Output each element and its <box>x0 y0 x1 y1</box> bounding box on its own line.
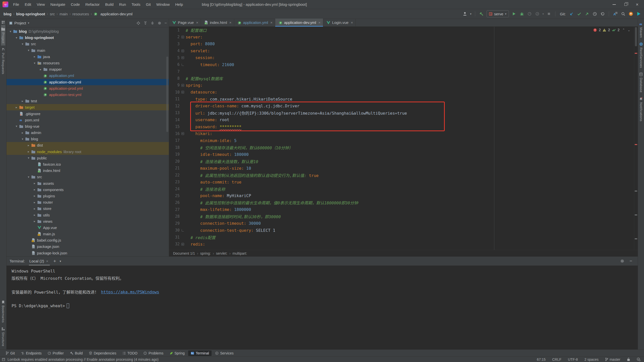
terminal-dropdown-icon[interactable]: ▾ <box>60 259 61 263</box>
code-line-26[interactable]: 26 # 此属性控制池中连接的最长生命周期，值0表示无限生命周期，默认18000… <box>169 199 634 206</box>
hide-terminal-icon[interactable]: − <box>629 258 632 264</box>
status-item[interactable]: CRLF <box>552 357 561 361</box>
toolwindow-build[interactable]: Build <box>67 350 85 356</box>
tree-item-java[interactable]: ▸java <box>7 54 169 60</box>
tree-item-plugins[interactable]: ▸plugins <box>7 193 169 199</box>
code-line-31[interactable]: 31 # redis配置 <box>169 234 634 241</box>
terminal-settings-gear-icon[interactable] <box>620 259 624 263</box>
menu-tools[interactable]: Tools <box>129 1 143 8</box>
error-mark[interactable] <box>635 53 637 54</box>
code-line-16[interactable]: 16− hikari: <box>169 130 634 137</box>
menu-window[interactable]: Window <box>154 1 172 8</box>
chevron-right-icon[interactable]: ▸ <box>14 106 19 109</box>
hide-panel-icon[interactable]: − <box>165 21 167 25</box>
tree-item-favicon.ico[interactable]: favicon.ico <box>7 161 169 167</box>
breadcrumb-item[interactable]: src <box>50 12 55 16</box>
tree-item-target[interactable]: ▸target <box>7 104 169 110</box>
code-line-8[interactable]: 8# 配置mysql数据库 <box>169 75 634 82</box>
code-line-27[interactable]: 27 max-lifetime: 1800000 <box>169 206 634 213</box>
code-line-4[interactable]: 4− servlet: <box>169 47 634 54</box>
tree-item-utils[interactable]: ▸utils <box>7 212 169 218</box>
stripe-database[interactable]: Database <box>638 70 644 95</box>
tree-item-blog-vue[interactable]: ▾blog-vue <box>7 123 169 129</box>
menu-build[interactable]: Build <box>103 1 116 8</box>
code-line-5[interactable]: 5− session: <box>169 54 634 61</box>
code-line-2[interactable]: 2−server: <box>169 33 634 40</box>
chevron-down-icon[interactable]: ▾ <box>20 42 25 46</box>
chevron-right-icon[interactable]: ▸ <box>32 201 37 204</box>
menu-help[interactable]: Help <box>173 1 185 8</box>
chevron-down-icon[interactable]: ▾ <box>26 156 31 160</box>
chevron-down-icon[interactable]: ▾ <box>8 30 13 33</box>
chevron-right-icon[interactable]: ▸ <box>32 182 37 185</box>
breadcrumb-item[interactable]: main <box>60 12 68 16</box>
git-branch-widget[interactable]: master <box>605 357 620 361</box>
panel-settings-gear-icon[interactable] <box>157 21 162 25</box>
fold-marker-icon[interactable]: − <box>181 50 184 52</box>
code-line-23[interactable]: 23 auto-commit: true <box>169 178 634 185</box>
code-line-18[interactable]: 18 # 空闲连接存活最大时间，默认600000（10分钟） <box>169 144 634 151</box>
tool-window-toggle-icon[interactable] <box>2 358 6 361</box>
stripe-pull-requests[interactable]: Pull Requests <box>1 46 5 76</box>
tree-item-blog[interactable]: ▾blog <box>7 136 169 142</box>
search-everywhere-icon[interactable] <box>620 11 626 17</box>
close-tab-icon[interactable]: × <box>270 20 273 25</box>
update-project-icon[interactable] <box>569 11 574 17</box>
tree-item-views[interactable]: ▸views <box>7 218 169 224</box>
tree-item-pom.xml[interactable]: mpom.xml <box>7 117 169 123</box>
prev-problem-icon[interactable]: ⌃ <box>622 28 625 32</box>
menu-git[interactable]: Git <box>144 1 153 8</box>
toolwindow-spring[interactable]: Spring <box>167 350 187 356</box>
code-line-20[interactable]: 20 # 连接池最大连接数，默认是10 <box>169 158 634 165</box>
status-item[interactable]: 2 spaces <box>584 357 598 361</box>
tree-item-.gitignore[interactable]: .gitignore <box>7 110 169 117</box>
tree-item-main.js[interactable]: JSmain.js <box>7 231 169 237</box>
editor-scrollbar-thumb[interactable] <box>635 27 637 46</box>
editor-crumb[interactable]: multipart: <box>232 251 247 255</box>
restore-icon[interactable] <box>624 3 627 6</box>
tab-application-dev.yml[interactable]: application-dev.yml× <box>275 19 323 26</box>
chevron-right-icon[interactable]: ▸ <box>20 131 25 134</box>
run-configuration-select[interactable]: serve▾ <box>487 10 509 17</box>
project-view-dropdown-icon[interactable]: ▾ <box>28 21 29 25</box>
chevron-down-icon[interactable]: ▾ <box>26 175 31 179</box>
tree-item-node_modules[interactable]: ▸node_moduleslibrary root <box>7 149 169 155</box>
tree-item-blog-springboot[interactable]: ▾blog-springboot <box>7 34 169 41</box>
toolwindow-endpoints[interactable]: Endpoints <box>18 350 44 356</box>
user-avatar-icon[interactable] <box>462 11 468 17</box>
chevron-down-icon[interactable]: ▾ <box>14 124 19 128</box>
status-item[interactable]: 67:15 <box>537 357 546 361</box>
code-line-22[interactable]: 22 # 此属性控制从池返回的连接的默认自动提交行为,默认值: true <box>169 172 634 178</box>
toolwindow-profiler[interactable]: Profiler <box>45 350 66 356</box>
locate-file-icon[interactable] <box>136 21 140 25</box>
stripe-mark[interactable] <box>635 191 637 192</box>
terminal-tab-local[interactable]: Local (2)× <box>29 257 50 265</box>
notifications-gear-icon[interactable] <box>637 357 640 361</box>
minimize-icon[interactable] <box>613 4 616 5</box>
code-line-29[interactable]: 29 connection-timeout: 30000 <box>169 220 634 227</box>
menu-code[interactable]: Code <box>68 1 82 8</box>
stripe-restservices[interactable]: RestServices <box>638 40 644 70</box>
tree-item-package-lock.json[interactable]: {}package-lock.json <box>7 250 169 256</box>
tree-item-App.vue[interactable]: App.vue <box>7 224 169 231</box>
history-icon[interactable] <box>592 11 597 17</box>
tree-item-application.yml[interactable]: application.yml <box>7 72 169 79</box>
expand-all-icon[interactable] <box>143 21 147 25</box>
new-terminal-icon[interactable]: + <box>53 258 56 264</box>
error-stripe[interactable] <box>634 27 638 250</box>
tab-application.yml[interactable]: application.yml× <box>234 19 275 26</box>
chevron-right-icon[interactable]: ▸ <box>32 194 37 198</box>
toolwindow-dependencies[interactable]: Dependencies <box>86 350 119 356</box>
tree-item-package.json[interactable]: {}package.json <box>7 243 169 250</box>
chevron-right-icon[interactable]: ▸ <box>32 55 37 58</box>
tab-Page.vue[interactable]: Page.vue× <box>169 19 201 26</box>
chevron-right-icon[interactable]: ▸ <box>32 219 37 223</box>
fold-marker-icon[interactable]: − <box>181 91 184 94</box>
breadcrumb-item[interactable]: blog-springboot <box>16 12 45 16</box>
close-tab-icon[interactable]: × <box>351 20 353 25</box>
rollback-icon[interactable] <box>600 11 605 17</box>
fold-marker-icon[interactable]: − <box>181 84 184 87</box>
tree-item-src[interactable]: ▾src <box>7 174 169 180</box>
inspection-widget[interactable]: 2 2 2 ⌃ ⌃ <box>593 28 630 32</box>
commit-icon[interactable] <box>576 11 582 17</box>
